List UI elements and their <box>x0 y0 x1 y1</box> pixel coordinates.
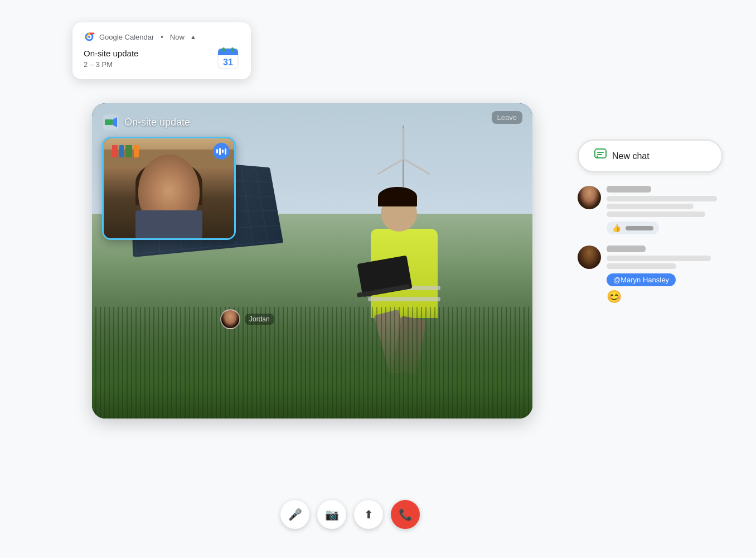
chat-content-1: 👍 <box>607 186 723 234</box>
chat-text-line-5 <box>607 263 676 269</box>
meet-logo-icon <box>103 114 119 130</box>
chat-panel: New chat 👍 @Maryn Han <box>578 140 723 315</box>
mic-button[interactable]: 🎤 <box>280 500 309 529</box>
calendar-icon: 31 <box>216 47 240 70</box>
mention-tag: @Maryn Hansley <box>607 273 676 286</box>
svg-rect-7 <box>218 52 238 55</box>
notif-app-name: Google Calendar <box>99 33 154 41</box>
chat-icon <box>594 148 607 163</box>
notification-card: Google Calendar • Now ▲ On-site update 2… <box>72 22 251 79</box>
svg-rect-14 <box>105 119 113 125</box>
present-button[interactable]: ⬆ <box>354 500 383 529</box>
notif-time: • <box>161 33 163 41</box>
meeting-title: On-site update <box>124 117 190 128</box>
notif-event-time: 2 – 3 PM <box>84 60 138 69</box>
notif-time-value: Now <box>170 33 185 41</box>
reaction-bar-1: 👍 <box>607 222 659 234</box>
leave-call-button[interactable]: 📞 <box>391 500 420 529</box>
chat-message-2: @Maryn Hansley 😊 <box>578 246 723 304</box>
chrome-icon <box>84 31 95 42</box>
self-view-pip <box>102 137 236 240</box>
chat-avatar-1 <box>578 186 601 209</box>
avatar-image-2 <box>578 246 601 269</box>
mention-text: @Maryn Hansley <box>613 276 669 284</box>
chat-avatar-2 <box>578 246 601 269</box>
participant-name: Jordan <box>245 314 274 325</box>
new-chat-button[interactable]: New chat <box>578 140 723 172</box>
chat-text-line-3 <box>607 211 705 217</box>
avatar-image-1 <box>578 186 601 209</box>
svg-rect-10 <box>231 47 234 52</box>
participant-avatar <box>220 309 240 329</box>
bottom-participant-info: Jordan <box>220 309 274 329</box>
chat-content-2: @Maryn Hansley 😊 <box>607 246 723 304</box>
leave-indicator: Leave <box>492 111 522 124</box>
audio-bars <box>216 148 226 155</box>
reaction-icon: 👍 <box>612 224 621 232</box>
chat-message-1: 👍 <box>578 186 723 234</box>
svg-rect-9 <box>222 47 225 52</box>
call-controls: 🎤 📷 ⬆ 📞 <box>167 500 533 529</box>
chat-name-blurred-2 <box>607 246 646 252</box>
speaking-indicator <box>213 143 230 160</box>
video-call-container: On-site update Leave <box>92 103 532 419</box>
svg-text:31: 31 <box>223 57 233 67</box>
chat-emoji: 😊 <box>607 290 723 304</box>
camera-button[interactable]: 📷 <box>317 500 346 529</box>
chat-text-line-4 <box>607 256 711 261</box>
chat-text-line-1 <box>607 196 717 201</box>
meeting-header: On-site update <box>103 114 190 130</box>
chat-name-blurred-1 <box>607 186 651 193</box>
new-chat-label: New chat <box>612 151 650 161</box>
chevron-up-icon: ▲ <box>190 33 196 40</box>
chat-text-line-2 <box>607 204 694 209</box>
svg-point-3 <box>88 36 90 38</box>
notif-event-title: On-site update <box>84 49 138 58</box>
